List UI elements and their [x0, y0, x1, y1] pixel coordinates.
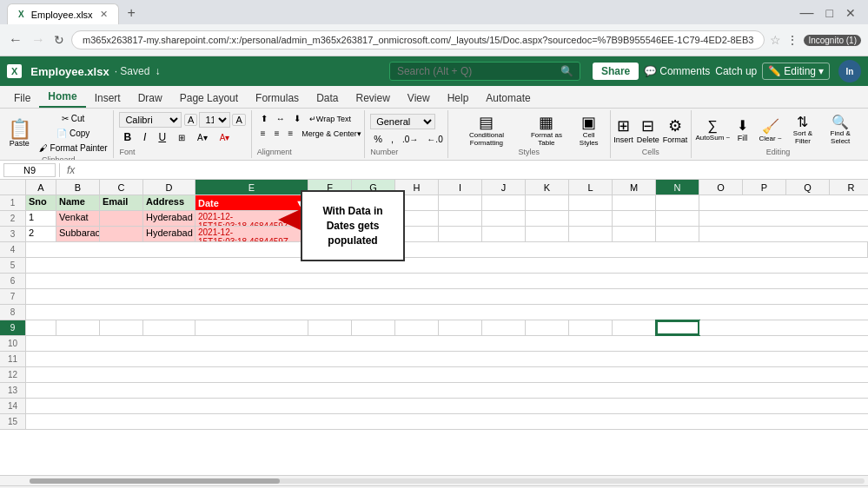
cell-E9[interactable] [195, 320, 308, 335]
cell-B2[interactable]: Venkat [56, 211, 100, 226]
row-num-3[interactable]: 3 [0, 227, 26, 241]
tab-data[interactable]: Data [308, 89, 347, 108]
cell-H2[interactable] [395, 211, 439, 226]
tab-file[interactable]: File [5, 89, 39, 108]
cell-L2[interactable] [569, 211, 613, 226]
save-arrow[interactable]: ↓ [155, 65, 160, 77]
cell-L3[interactable] [569, 227, 613, 241]
cell-C3[interactable] [100, 227, 143, 241]
cell-M2[interactable] [613, 211, 656, 226]
row-num-7[interactable]: 7 [0, 289, 26, 304]
col-header-D[interactable]: D [143, 180, 195, 195]
wrap-text-button[interactable]: ↵Wrap Text [306, 112, 354, 125]
formula-input[interactable] [78, 162, 865, 178]
delete-cells-button[interactable]: ⊟ Delete [637, 116, 659, 144]
align-top-button[interactable]: ⬆ [257, 112, 271, 125]
col-header-I[interactable]: I [439, 180, 482, 195]
comments-button[interactable]: 💬 Comments [644, 65, 710, 77]
cell-D1[interactable]: Address [143, 195, 195, 210]
cell-E1[interactable]: Date▼ [195, 195, 308, 210]
cell-B3[interactable]: Subbarao [56, 227, 100, 241]
cell-H3[interactable] [395, 227, 439, 241]
col-header-N[interactable]: N [656, 180, 699, 195]
number-format-select[interactable]: General [370, 114, 435, 129]
browser-menu-button[interactable]: ⋮ [786, 33, 798, 47]
row-num-4[interactable]: 4 [0, 242, 26, 257]
cell-A2[interactable]: 1 [26, 211, 56, 226]
cell-L9[interactable] [569, 320, 613, 335]
col-header-R[interactable]: R [830, 180, 868, 195]
catchup-button[interactable]: Catch up [715, 65, 757, 77]
name-box[interactable] [3, 163, 56, 177]
col-header-B[interactable]: B [56, 180, 100, 195]
cell-H1[interactable] [395, 195, 439, 210]
insert-cells-button[interactable]: ⊞ Insert [613, 116, 633, 144]
cell-F9[interactable] [308, 320, 352, 335]
forward-button[interactable]: → [30, 30, 47, 49]
font-color-button[interactable]: A▾ [215, 131, 235, 144]
tab-view[interactable]: View [399, 89, 439, 108]
tab-insert[interactable]: Insert [86, 89, 129, 108]
cell-E2[interactable]: 2021-12-15T15:03:18.4684459Z [195, 211, 308, 226]
align-middle-button[interactable]: ↔ [273, 112, 288, 125]
cell-D2[interactable]: Hyderabad [143, 211, 195, 226]
close-window-button[interactable]: ✕ [840, 6, 861, 20]
cell-J9[interactable] [482, 320, 526, 335]
editing-button[interactable]: ✏️ Editing ▾ [762, 63, 830, 80]
cell-G1[interactable] [352, 195, 395, 210]
row-num-13[interactable]: 13 [0, 383, 26, 398]
cell-N2[interactable] [656, 211, 699, 226]
row-num-1[interactable]: 1 [0, 195, 26, 210]
cell-F2[interactable] [308, 211, 352, 226]
decrease-decimal-button[interactable]: ←.0 [423, 132, 446, 146]
col-header-E[interactable]: E [195, 180, 308, 195]
cell-D3[interactable]: Hyderabad [143, 227, 195, 241]
row-num-6[interactable]: 6 [0, 274, 26, 288]
col-header-C[interactable]: C [100, 180, 143, 195]
fill-color-button[interactable]: A▾ [193, 131, 212, 144]
cell-C2[interactable] [100, 211, 143, 226]
row-num-11[interactable]: 11 [0, 352, 26, 366]
comma-button[interactable]: , [388, 132, 397, 146]
cell-M9[interactable] [613, 320, 656, 335]
col-header-Q[interactable]: Q [786, 180, 830, 195]
cell-A3[interactable]: 2 [26, 227, 56, 241]
cell-F3[interactable] [308, 227, 352, 241]
reload-button[interactable]: ↻ [52, 31, 66, 49]
font-family-select[interactable]: Calibri [119, 112, 182, 128]
paste-button[interactable]: 📋 Paste [6, 118, 33, 149]
cell-J2[interactable] [482, 211, 526, 226]
cell-B9[interactable] [56, 320, 100, 335]
col-header-G[interactable]: G [352, 180, 395, 195]
cell-B1[interactable]: Name [56, 195, 100, 210]
col-header-A[interactable]: A [26, 180, 56, 195]
cell-N3[interactable] [656, 227, 699, 241]
cell-I9[interactable] [439, 320, 482, 335]
cell-I1[interactable] [439, 195, 482, 210]
cell-C1[interactable]: Email [100, 195, 143, 210]
cell-I2[interactable] [439, 211, 482, 226]
row-num-2[interactable]: 2 [0, 211, 26, 226]
cell-N1[interactable] [656, 195, 699, 210]
col-header-H[interactable]: H [395, 180, 439, 195]
cell-L1[interactable] [569, 195, 613, 210]
tab-formulas[interactable]: Formulas [247, 89, 308, 108]
clear-button[interactable]: 🧹 Clear ~ [757, 118, 785, 142]
row-num-8[interactable]: 8 [0, 305, 26, 320]
conditional-formatting-button[interactable]: ▤ Conditional Formatting [454, 113, 520, 148]
tab-draw[interactable]: Draw [129, 89, 171, 108]
cell-J3[interactable] [482, 227, 526, 241]
cell-K1[interactable] [526, 195, 569, 210]
cell-H9[interactable] [395, 320, 439, 335]
align-bottom-button[interactable]: ⬇ [290, 112, 304, 125]
cell-K2[interactable] [526, 211, 569, 226]
row-num-9[interactable]: 9 [0, 320, 26, 335]
col-header-J[interactable]: J [482, 180, 526, 195]
cell-G3[interactable] [352, 227, 395, 241]
cell-C9[interactable] [100, 320, 143, 335]
share-button[interactable]: Share [593, 63, 639, 80]
cell-J1[interactable] [482, 195, 526, 210]
bookmark-button[interactable]: ☆ [770, 33, 781, 47]
col-header-F[interactable]: F [308, 180, 352, 195]
col-header-K[interactable]: K [526, 180, 569, 195]
